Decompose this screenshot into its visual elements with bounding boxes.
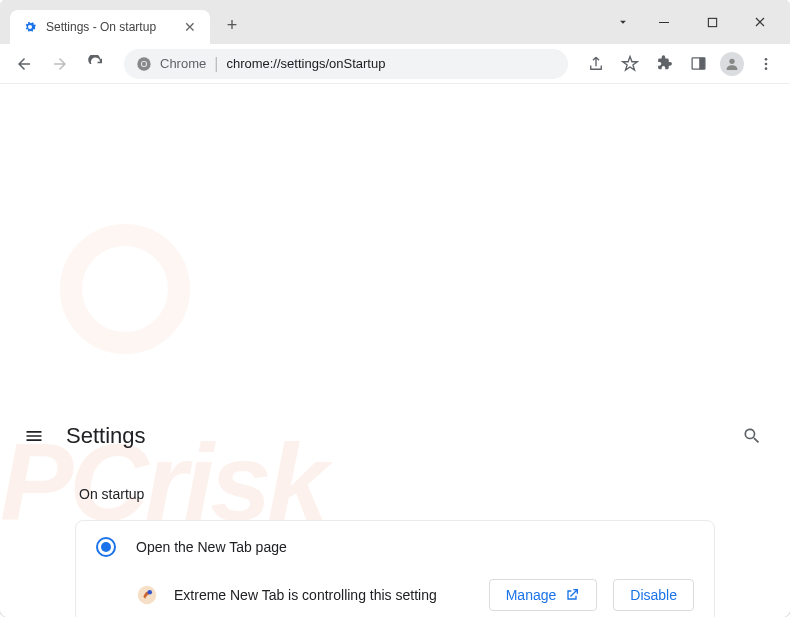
browser-tab[interactable]: Settings - On startup ✕ <box>10 10 210 44</box>
gear-icon <box>22 19 38 35</box>
svg-point-7 <box>729 58 734 63</box>
controlled-text: Extreme New Tab is controlling this sett… <box>174 587 473 603</box>
settings-header: Settings <box>0 406 790 466</box>
manage-label: Manage <box>506 587 557 603</box>
browser-toolbar: Chrome | chrome://settings/onStartup <box>0 44 790 84</box>
startup-section: On startup Open the New Tab page Extreme… <box>55 486 735 617</box>
toolbar-actions <box>580 48 782 80</box>
forward-button[interactable] <box>44 48 76 80</box>
maximize-button[interactable] <box>690 7 734 37</box>
minimize-button[interactable] <box>642 7 686 37</box>
extensions-button[interactable] <box>648 48 680 80</box>
option-new-tab[interactable]: Open the New Tab page <box>76 521 714 573</box>
manage-button[interactable]: Manage <box>489 579 598 611</box>
svg-point-12 <box>147 590 152 595</box>
avatar-icon <box>720 52 744 76</box>
svg-point-8 <box>765 58 768 61</box>
svg-rect-6 <box>699 58 705 69</box>
svg-point-4 <box>142 61 146 65</box>
hamburger-menu-button[interactable] <box>20 422 48 450</box>
watermark-circle <box>60 224 190 354</box>
section-title: On startup <box>75 486 715 502</box>
window-controls <box>608 0 790 44</box>
options-card: Open the New Tab page Extreme New Tab is… <box>75 520 715 617</box>
option-label: Open the New Tab page <box>136 539 287 555</box>
url-text: chrome://settings/onStartup <box>226 56 385 71</box>
bookmark-button[interactable] <box>614 48 646 80</box>
svg-rect-0 <box>659 22 669 23</box>
menu-button[interactable] <box>750 48 782 80</box>
url-separator: | <box>214 55 218 73</box>
page-title: Settings <box>66 423 716 449</box>
external-link-icon <box>564 587 580 603</box>
reload-button[interactable] <box>80 48 112 80</box>
radio-new-tab[interactable] <box>96 537 116 557</box>
chrome-icon <box>136 56 152 72</box>
svg-rect-1 <box>708 18 716 26</box>
back-button[interactable] <box>8 48 40 80</box>
new-tab-button[interactable]: + <box>218 11 246 39</box>
window-titlebar: Settings - On startup ✕ + <box>0 0 790 44</box>
url-scheme-label: Chrome <box>160 56 206 71</box>
tab-strip: Settings - On startup ✕ + <box>0 0 608 44</box>
svg-point-10 <box>765 67 768 70</box>
tab-title: Settings - On startup <box>46 20 174 34</box>
address-bar[interactable]: Chrome | chrome://settings/onStartup <box>124 49 568 79</box>
svg-point-9 <box>765 62 768 65</box>
extension-controlled-notice: Extreme New Tab is controlling this sett… <box>76 573 714 617</box>
search-button[interactable] <box>734 418 770 454</box>
close-window-button[interactable] <box>738 7 782 37</box>
disable-label: Disable <box>630 587 677 603</box>
extension-icon <box>136 584 158 606</box>
sidepanel-button[interactable] <box>682 48 714 80</box>
share-button[interactable] <box>580 48 612 80</box>
tab-search-button[interactable] <box>608 7 638 37</box>
profile-button[interactable] <box>716 48 748 80</box>
close-icon[interactable]: ✕ <box>182 19 198 35</box>
page-content: PCrisk risk.com Settings On startup Open… <box>0 84 790 617</box>
disable-button[interactable]: Disable <box>613 579 694 611</box>
